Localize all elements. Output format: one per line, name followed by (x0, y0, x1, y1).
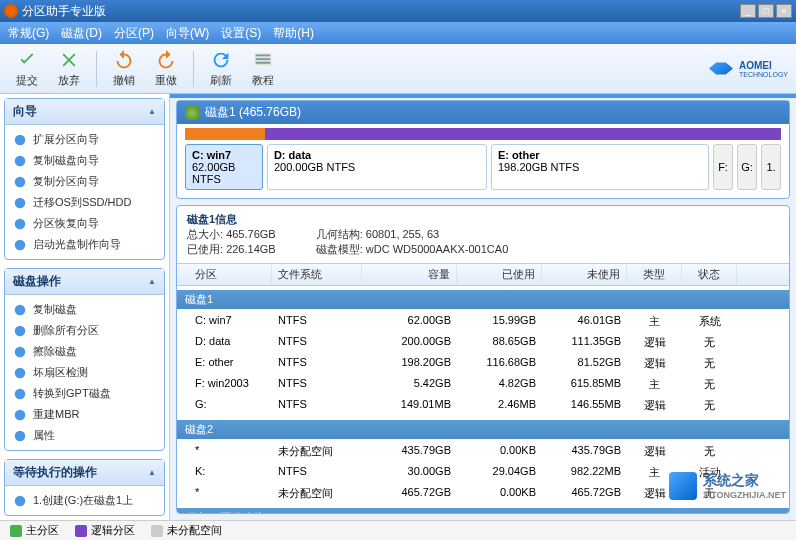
toolbar: 提交 放弃 撤销 重做 刷新 教程 AOMEITECHNOLOGY (0, 44, 796, 94)
window-controls: _ □ × (740, 4, 792, 18)
disk-group: 磁盘1 (177, 290, 789, 309)
maximize-button[interactable]: □ (758, 4, 774, 18)
wizard-item[interactable]: 迁移OS到SSD/HDD (5, 192, 164, 213)
svg-rect-0 (255, 53, 272, 66)
info-panel: 磁盘1信息 总大小: 465.76GB 几何结构: 60801, 255, 63… (176, 205, 790, 514)
svg-point-6 (15, 239, 26, 250)
tutorial-button[interactable]: 教程 (244, 45, 282, 92)
svg-point-2 (15, 155, 26, 166)
book-icon (252, 49, 274, 71)
diskops-item[interactable]: 复制磁盘 (5, 299, 164, 320)
partition-box[interactable]: D: data200.00GB NTFS (267, 144, 487, 190)
undo-icon (113, 49, 135, 71)
menu-item[interactable]: 磁盘(D) (61, 25, 102, 42)
close-button[interactable]: × (776, 4, 792, 18)
watermark: 系统之家XITONGZHIJIA.NET (669, 472, 786, 500)
table-row[interactable]: C: win7NTFS 62.00GB15.99GB 46.01GB主 系统 (177, 311, 789, 332)
svg-point-8 (15, 325, 26, 336)
table-header: 分区文件系统容量已使用未使用类型状态 (177, 263, 789, 286)
diskops-item[interactable]: 属性 (5, 425, 164, 446)
svg-point-14 (15, 495, 26, 506)
partition-small[interactable]: G: (737, 144, 757, 190)
wizard-panel: 向导 扩展分区向导复制磁盘向导复制分区向导迁移OS到SSD/HDD分区恢复向导启… (4, 98, 165, 260)
brand: AOMEITECHNOLOGY (709, 59, 788, 79)
svg-point-11 (15, 388, 26, 399)
partition-small[interactable]: F: (713, 144, 733, 190)
refresh-icon (210, 49, 232, 71)
menu-item[interactable]: 常规(G) (8, 25, 49, 42)
disk-info: 磁盘1信息 总大小: 465.76GB 几何结构: 60801, 255, 63… (177, 206, 789, 263)
undo-button[interactable]: 撤销 (105, 45, 143, 92)
table-row[interactable]: F: win2003NTFS 5.42GB4.82GB 615.85MB主 无 (177, 374, 789, 395)
disk-usage-bar (185, 128, 781, 140)
svg-point-10 (15, 367, 26, 378)
disk-partitions: C: win762.00GB NTFSD: data200.00GB NTFSE… (177, 140, 789, 198)
svg-point-13 (15, 430, 26, 441)
pending-panel: 等待执行的操作 1.创建(G:)在磁盘1上 (4, 459, 165, 516)
partition-box[interactable]: E: other198.20GB NTFS (491, 144, 709, 190)
redo-icon (155, 49, 177, 71)
column-header[interactable]: 类型 (627, 264, 682, 285)
wizard-item[interactable]: 复制磁盘向导 (5, 150, 164, 171)
partition-small[interactable]: 1. (761, 144, 781, 190)
commit-button[interactable]: 提交 (8, 45, 46, 92)
diskops-item[interactable]: 坏扇区检测 (5, 362, 164, 383)
disk-segment (524, 128, 781, 140)
table-row[interactable]: *未分配空间 435.79GB0.00KB 435.79GB逻辑 无 (177, 441, 789, 462)
column-header[interactable]: 状态 (682, 264, 737, 285)
column-header[interactable]: 容量 (362, 264, 457, 285)
diskops-header[interactable]: 磁盘操作 (5, 269, 164, 295)
svg-point-9 (15, 346, 26, 357)
disk-segment (265, 128, 524, 140)
wizard-item[interactable]: 启动光盘制作向导 (5, 234, 164, 255)
menu-item[interactable]: 设置(S) (221, 25, 261, 42)
refresh-button[interactable]: 刷新 (202, 45, 240, 92)
sidebar: 向导 扩展分区向导复制磁盘向导复制分区向导迁移OS到SSD/HDD分区恢复向导启… (0, 94, 170, 520)
discard-button[interactable]: 放弃 (50, 45, 88, 92)
titlebar: 分区助手专业版 _ □ × (0, 0, 796, 22)
disk-panel: 磁盘1 (465.76GB) C: win762.00GB NTFSD: dat… (176, 100, 790, 199)
svg-point-3 (15, 176, 26, 187)
diskops-item[interactable]: 转换到GPT磁盘 (5, 383, 164, 404)
menubar: 常规(G)磁盘(D)分区(P)向导(W)设置(S)帮助(H) (0, 22, 796, 44)
svg-point-5 (15, 218, 26, 229)
disk-group: 磁盘3 (可移动的) (177, 508, 789, 513)
svg-point-1 (15, 134, 26, 145)
check-icon (16, 49, 38, 71)
svg-point-12 (15, 409, 26, 420)
menu-item[interactable]: 向导(W) (166, 25, 209, 42)
table-row[interactable]: D: dataNTFS 200.00GB88.65GB 111.35GB逻辑 无 (177, 332, 789, 353)
x-icon (58, 49, 80, 71)
column-header[interactable]: 文件系统 (272, 264, 362, 285)
column-header[interactable]: 已使用 (457, 264, 542, 285)
diskops-item[interactable]: 重建MBR (5, 404, 164, 425)
svg-point-4 (15, 197, 26, 208)
brand-logo-icon (709, 59, 733, 79)
content: 磁盘1 (465.76GB) C: win762.00GB NTFSD: dat… (170, 94, 796, 520)
disk-segment (185, 128, 265, 140)
disk-group: 磁盘2 (177, 420, 789, 439)
app-title: 分区助手专业版 (22, 3, 106, 20)
diskops-item[interactable]: 擦除磁盘 (5, 341, 164, 362)
column-header[interactable]: 分区 (177, 264, 272, 285)
menu-item[interactable]: 分区(P) (114, 25, 154, 42)
table-row[interactable]: E: otherNTFS 198.20GB116.68GB 81.52GB逻辑 … (177, 353, 789, 374)
menu-item[interactable]: 帮助(H) (273, 25, 314, 42)
minimize-button[interactable]: _ (740, 4, 756, 18)
wizard-header[interactable]: 向导 (5, 99, 164, 125)
wizard-item[interactable]: 分区恢复向导 (5, 213, 164, 234)
table-row[interactable]: G:NTFS 149.01MB2.46MB 146.55MB逻辑 无 (177, 395, 789, 416)
redo-button[interactable]: 重做 (147, 45, 185, 92)
diskops-panel: 磁盘操作 复制磁盘删除所有分区擦除磁盘坏扇区检测转换到GPT磁盘重建MBR属性 (4, 268, 165, 451)
legend: 主分区 逻辑分区 未分配空间 (0, 520, 796, 540)
wizard-item[interactable]: 复制分区向导 (5, 171, 164, 192)
pending-item[interactable]: 1.创建(G:)在磁盘1上 (5, 490, 164, 511)
app-icon (4, 4, 18, 18)
pending-header[interactable]: 等待执行的操作 (5, 460, 164, 486)
wizard-item[interactable]: 扩展分区向导 (5, 129, 164, 150)
svg-point-7 (15, 304, 26, 315)
column-header[interactable]: 未使用 (542, 264, 627, 285)
partition-box[interactable]: C: win762.00GB NTFS (185, 144, 263, 190)
disk-header: 磁盘1 (465.76GB) (177, 101, 789, 124)
diskops-item[interactable]: 删除所有分区 (5, 320, 164, 341)
